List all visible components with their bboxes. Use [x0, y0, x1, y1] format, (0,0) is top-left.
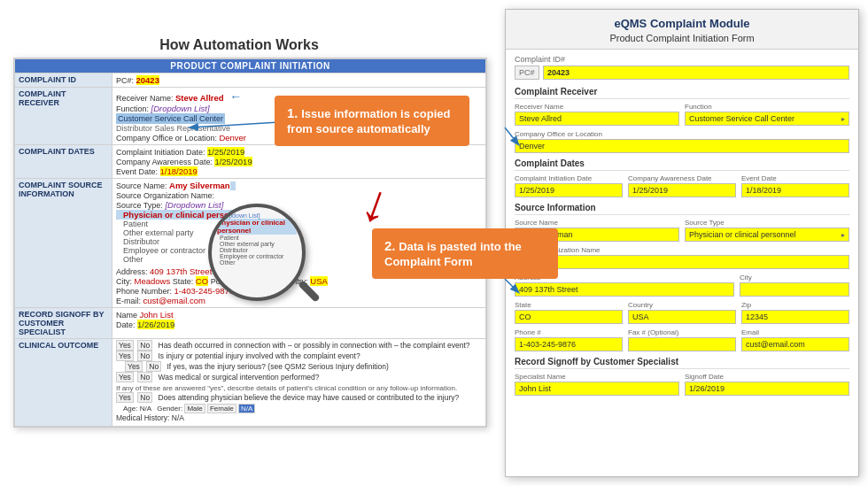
eqms-init-date-value: 1/25/2019: [515, 183, 623, 197]
eqms-awareness-date-field: Company Awareness Date 1/25/2019: [628, 174, 736, 197]
clinical-demographics: Age: N/A Gender: Male Female N/A: [116, 404, 482, 413]
eqms-dates-row: Complaint Initiation Date 1/25/2019 Comp…: [515, 174, 849, 197]
clinical-q2a: Yes No If yes, was the injury serious? (…: [116, 362, 482, 373]
magnifier-content: [Dropdown List] Physician or clinical pe…: [212, 207, 302, 271]
row-label-dates: Complaint Dates: [15, 145, 112, 179]
eqms-address-value: 409 137th Street: [515, 282, 734, 297]
signoff-cell: Name John List Date: 1/26/2019: [112, 308, 486, 339]
eqms-country-field: Country USA: [628, 301, 736, 324]
source-name: Source Name: Amy Silverman: [116, 181, 482, 190]
complaint-id-prefix: PC#: [515, 66, 539, 80]
eqms-signoff-date-field: Signoff Date 1/26/2019: [685, 373, 849, 396]
eqms-source-row3: Address 409 137th Street City: [515, 274, 849, 297]
dates-cell: Complaint Initiation Date: 1/25/2019 Com…: [112, 145, 486, 179]
clinical-followup: If any of these are answered "yes", desc…: [116, 383, 482, 393]
mag-patient: Patient: [217, 235, 297, 241]
complaint-id-row: PC# 20423: [515, 66, 849, 80]
eqms-city-field: City: [740, 274, 849, 297]
complaint-id-label: Complaint ID#: [515, 55, 849, 64]
eqms-country-value: USA: [628, 310, 736, 324]
magnifier: [Dropdown List] Physician or clinical pe…: [208, 204, 306, 301]
eqms-title: eQMS Complaint Module: [515, 17, 849, 30]
eqms-receiver-name-value: Steve Allred: [515, 112, 679, 126]
eqms-phone-value: 1-403-245-9876: [515, 337, 623, 351]
row-label-receiver: Complaint Receiver: [15, 88, 112, 145]
clinical-q3: Yes No Was medical or surgical intervent…: [116, 373, 482, 383]
eqms-state-field: State CO: [515, 301, 623, 324]
eqms-function-field: Function Customer Service Call Center: [685, 103, 849, 126]
row-label-clinical: Clinical Outcome: [15, 339, 112, 427]
mag-distributor: Distributor: [217, 247, 297, 253]
eqms-email-field: Email cust@email.com: [741, 328, 849, 351]
eqms-subtitle: Product Complaint Initiation Form: [515, 33, 849, 43]
eqms-state-value: CO: [515, 310, 623, 324]
main-title: How Automation Works: [27, 27, 452, 60]
table-row: Complaint ID PC#: 20423: [15, 73, 486, 88]
source-org: Source Organization Name:: [116, 190, 482, 200]
eqms-location-field: Company Office or Location Denver: [515, 130, 849, 153]
eqms-city-value: [740, 282, 849, 297]
eqms-fax-field: Fax # (Optional): [628, 328, 736, 351]
mag-other: Other: [217, 259, 297, 266]
eqms-source-row5: Phone # 1-403-245-9876 Fax # (Optional) …: [515, 328, 849, 351]
eqms-section-signoff: Record Signoff by Customer Specialist: [515, 357, 849, 369]
eqms-header: eQMS Complaint Module Product Complaint …: [506, 10, 858, 50]
eqms-awareness-date-value: 1/25/2019: [628, 183, 736, 197]
eqms-event-date-field: Event Date 1/18/2019: [741, 174, 849, 197]
eqms-section-dates: Complaint Dates: [515, 158, 849, 171]
callout-2: 2. Data is pasted into the Complaint For…: [372, 228, 558, 279]
eqms-receiver-row2: Company Office or Location Denver: [515, 130, 849, 153]
table-row: Record Signoff by Customer Specialist Na…: [15, 308, 486, 339]
eqms-function-value[interactable]: Customer Service Call Center: [685, 112, 849, 126]
complaint-id-cell: PC#: 20423: [112, 73, 486, 88]
eqms-section-receiver: Complaint Receiver: [515, 87, 849, 99]
source-type: Source Type: [Dropdown List]: [116, 200, 482, 210]
eqms-source-org-value: [515, 255, 849, 269]
table-header: Product Complaint Initiation: [15, 59, 486, 73]
mag-employee: Employee or contractor: [217, 253, 297, 259]
eqms-body: Complaint ID# PC# 20423 Complaint Receiv…: [506, 50, 858, 461]
mag-external: Other external party: [217, 241, 297, 247]
specialist-name: Name John List: [116, 310, 482, 320]
eqms-section: eQMS Complaint Module Product Complaint …: [505, 9, 859, 477]
eqms-source-org-field: Source Organization Name: [515, 246, 849, 269]
clinical-q1: Yes No Has death occurred in connection …: [116, 341, 482, 351]
complaint-id-section: Complaint ID# PC# 20423: [515, 55, 849, 80]
eqms-init-date-field: Complaint Initiation Date 1/25/2019: [515, 174, 623, 197]
eqms-receiver-row1: Receiver Name Steve Allred Function Cust…: [515, 103, 849, 126]
eqms-location-value: Denver: [515, 139, 849, 153]
eqms-zip-field: Zip 12345: [741, 301, 849, 324]
eqms-event-date-value: 1/18/2019: [741, 183, 849, 197]
eqms-phone-field: Phone # 1-403-245-9876: [515, 328, 623, 351]
row-label-source: Complaint Source Information: [15, 179, 112, 308]
eqms-signoff-row: Specialist Name John List Signoff Date 1…: [515, 373, 849, 396]
eqms-specialist-value: John List: [515, 382, 679, 396]
phone-field: Phone Number: 1-403-245-9876: [116, 286, 482, 296]
clinical-q4: Yes No Does attending physician believe …: [116, 393, 482, 404]
email-field: E-mail: cust@email.com: [116, 296, 482, 305]
eqms-source-type-value[interactable]: Physician or clinical personnel: [685, 228, 849, 242]
row-label-complaint-id: Complaint ID: [15, 73, 112, 88]
eqms-source-row1: Source Name Amy Silverman Source Type Ph…: [515, 219, 849, 242]
eqms-signoff-date-value: 1/26/2019: [685, 382, 849, 396]
eqms-source-row4: State CO Country USA Zip 12345: [515, 301, 849, 324]
complaint-id-value: 20423: [543, 66, 849, 80]
medical-history: Medical History: N/A: [116, 413, 482, 424]
event-date: Event Date: 1/18/2019: [116, 166, 482, 176]
signoff-date: Date: 1/26/2019: [116, 320, 482, 329]
table-row: Complaint Dates Complaint Initiation Dat…: [15, 145, 486, 179]
eqms-section-source: Source Information: [515, 203, 849, 215]
eqms-email-value: cust@email.com: [741, 337, 849, 351]
row-label-signoff: Record Signoff by Customer Specialist: [15, 308, 112, 339]
clinical-cell: Yes No Has death occurred in connection …: [112, 339, 486, 427]
eqms-specialist-field: Specialist Name John List: [515, 373, 679, 396]
eqms-fax-value: [628, 337, 736, 351]
eqms-source-row2: Source Organization Name: [515, 246, 849, 269]
awareness-date: Company Awareness Date: 1/25/2019: [116, 157, 482, 166]
clinical-q2: Yes No Is injury or potential injury inv…: [116, 351, 482, 362]
eqms-source-type-field: Source Type Physician or clinical person…: [685, 219, 849, 242]
eqms-zip-value: 12345: [741, 310, 849, 324]
arrow-right-1: ←: [229, 89, 242, 104]
table-row: Clinical Outcome Yes No Has death occurr…: [15, 339, 486, 427]
initiation-date: Complaint Initiation Date: 1/25/2019: [116, 147, 482, 157]
